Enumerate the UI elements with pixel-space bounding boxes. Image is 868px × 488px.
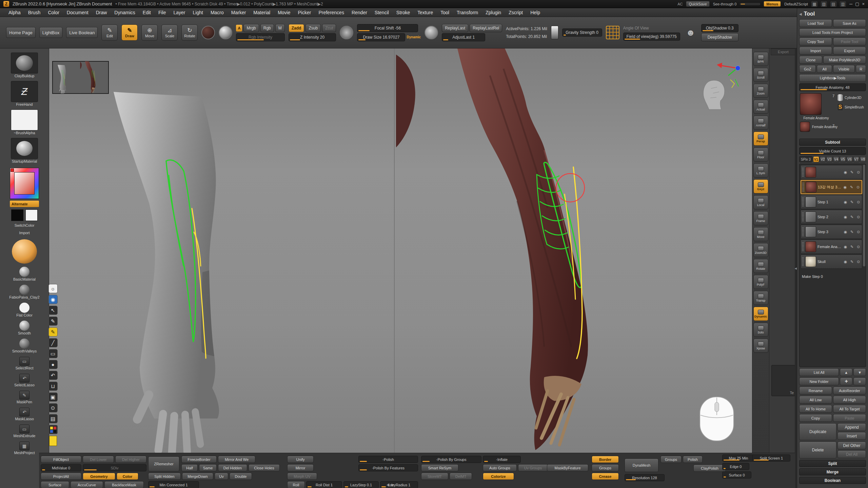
menu-item[interactable]: Render <box>348 8 371 17</box>
active-tool-thumbnail[interactable] <box>800 93 822 115</box>
fov-slider[interactable]: Field of view(deg) 39.59775 <box>623 33 680 41</box>
viewport-3d[interactable] <box>49 48 752 453</box>
subtool-row[interactable]: ◉ ✎ ⊙ <box>801 165 862 179</box>
del-all-button[interactable]: Del All <box>837 450 866 458</box>
subtool-thumbnail[interactable] <box>805 256 816 267</box>
all-to-target-button[interactable]: All To Target <box>833 405 866 413</box>
alternate-button[interactable]: Alternate <box>10 201 39 207</box>
colorize-button[interactable]: Colorize <box>483 473 514 480</box>
menu-item[interactable]: Movie <box>274 8 294 17</box>
adjust-last-slider[interactable]: AdjustLast 1 <box>442 33 485 41</box>
line-icon[interactable]: ╱ <box>48 338 58 347</box>
view-tab[interactable]: V6 <box>847 156 853 162</box>
min-connected-slider[interactable]: Min Connected 1 <box>148 481 199 488</box>
mrgb-button[interactable]: Mrgb <box>243 24 259 32</box>
folder-list-icon[interactable]: ≡ <box>853 378 866 385</box>
panel-collapse-icon[interactable]: ◀ <box>799 12 802 16</box>
move-down-button[interactable]: ▼ <box>853 368 866 376</box>
visibility-eye-icon[interactable]: ◉ <box>843 200 848 204</box>
left-arm-model[interactable] <box>114 92 219 453</box>
visible-count-slider[interactable]: Visible Count 13 <box>799 147 866 155</box>
double-button[interactable]: Double <box>230 473 252 480</box>
right-shelf-button[interactable]: Zoom3D <box>753 243 768 257</box>
roll-dist-slider[interactable]: Roll Dist 1 <box>306 481 342 488</box>
clay-polish-button[interactable]: ClayPolish <box>693 465 726 472</box>
subtool-thumbnail[interactable] <box>805 211 816 222</box>
drag-handle-icon[interactable] <box>802 242 804 251</box>
right-shelf-button[interactable]: Xpose <box>753 339 768 353</box>
list-all-button[interactable]: List All <box>799 368 839 376</box>
focal-shift-slider[interactable]: Focal Shift -56 <box>357 24 418 32</box>
mask-lasso-icon[interactable]: ↶ <box>19 408 29 416</box>
paint-toggle-icon[interactable]: ✎ <box>849 245 854 249</box>
right-shelf-button[interactable]: AAHalf <box>753 116 768 130</box>
layout-icon[interactable]: ▦ <box>811 1 817 7</box>
paste-subtool-button[interactable]: Paste <box>833 414 866 422</box>
menu-item[interactable]: Color <box>44 8 63 17</box>
select-rect-icon[interactable]: ▭ <box>19 357 29 366</box>
color-picker[interactable] <box>10 168 39 199</box>
subtool-row[interactable]: Make Step 0 ◉ ✎ ⊙ <box>801 269 862 284</box>
document-thumbnail[interactable] <box>53 61 108 94</box>
z-intensity-slider[interactable]: Z Intensity 20 <box>289 33 336 41</box>
subtool-row[interactable]: Step 1 ◉ ✎ ⊙ <box>801 195 862 209</box>
rename-button[interactable]: Rename <box>799 387 832 394</box>
alpha-thumbnail[interactable] <box>11 109 38 130</box>
menu-item[interactable]: Tool <box>437 8 453 17</box>
canvas-scroll-arrows[interactable]: ◀▶ <box>387 483 396 487</box>
zsub-button[interactable]: Zsub <box>305 24 321 32</box>
right-shelf-button[interactable]: Move <box>753 227 768 241</box>
right-shelf-button[interactable]: Dynamic <box>753 307 768 321</box>
subtool-row[interactable]: Step 3 ◉ ✎ ⊙ <box>801 225 862 239</box>
current-material-sphere[interactable] <box>219 26 232 39</box>
mask-by-feature-button[interactable]: MaskByFeature <box>547 464 588 471</box>
mid-value-slider[interactable]: MidValue 0 <box>41 464 81 471</box>
menu-item[interactable]: Picker <box>294 8 315 17</box>
edge-slider[interactable]: Edge 0 <box>722 463 749 470</box>
geometry-button[interactable]: Geometry <box>83 473 115 480</box>
paint-toggle-icon[interactable]: ✎ <box>849 185 854 189</box>
select-lasso-icon[interactable]: ↶ <box>19 374 29 383</box>
polish-slider[interactable]: Polish <box>358 456 418 463</box>
drag-handle-icon[interactable] <box>802 212 804 221</box>
trash-icon[interactable]: ⊔ <box>48 382 58 391</box>
active-pen-color-swatch[interactable] <box>49 436 57 446</box>
brush-thumbnail[interactable] <box>11 53 38 74</box>
r-button[interactable]: R <box>856 65 866 73</box>
right-shelf-button[interactable]: Floor <box>753 147 768 162</box>
mesh-extrude-icon[interactable]: ▭ <box>19 425 29 433</box>
rgb-button[interactable]: Rgb <box>260 24 274 32</box>
menu-item[interactable]: Document <box>63 8 92 17</box>
menu-item[interactable]: Zscript <box>505 8 527 17</box>
spix-button[interactable]: SPix 3 <box>799 156 812 162</box>
all-high-button[interactable]: All High <box>833 396 866 404</box>
del-other-button[interactable]: Del Other <box>837 442 866 449</box>
auto-reorder-button[interactable]: AutoReorder <box>833 387 866 394</box>
drag-handle-icon[interactable] <box>802 227 804 236</box>
menu-item[interactable]: Transform <box>453 8 482 17</box>
right-shelf-button[interactable]: Scroll <box>753 68 768 82</box>
color-picker-inner[interactable] <box>14 172 35 195</box>
see-through-slider[interactable] <box>740 3 760 5</box>
mask-pen-icon[interactable]: ✎ <box>19 391 29 400</box>
rectangle-icon[interactable]: ▭ <box>48 349 58 358</box>
view-tab[interactable]: V1 <box>813 156 819 162</box>
subtool-thumbnail[interactable] <box>805 167 816 178</box>
scroll-left-icon[interactable]: ◀ <box>387 483 391 487</box>
edit-mode-button[interactable]: ✎Edit <box>101 24 118 41</box>
split-screen-slider[interactable]: Split Screen 1 <box>752 454 790 462</box>
scroll-right-icon[interactable]: ▶ <box>391 483 396 487</box>
crease-button[interactable]: Crease <box>592 473 619 480</box>
color-button[interactable]: Color <box>117 473 138 480</box>
right-shelf-button[interactable]: Zoom <box>753 84 768 98</box>
same-button[interactable]: Same <box>199 464 217 471</box>
polish-by-features-slider[interactable]: Polish By Features <box>358 464 418 471</box>
project-all-button[interactable]: ProjectAll <box>41 473 81 480</box>
clone-button[interactable]: Clone <box>799 56 822 64</box>
accu-curve-button[interactable]: AccuCurve <box>71 481 103 488</box>
angle-of-view-icon[interactable] <box>606 26 619 39</box>
active-material-sphere[interactable] <box>12 239 37 264</box>
menu-item[interactable]: File <box>155 8 170 17</box>
dynamesh-button[interactable]: DynaMesh <box>625 459 658 472</box>
drag-handle-icon[interactable] <box>802 183 804 191</box>
